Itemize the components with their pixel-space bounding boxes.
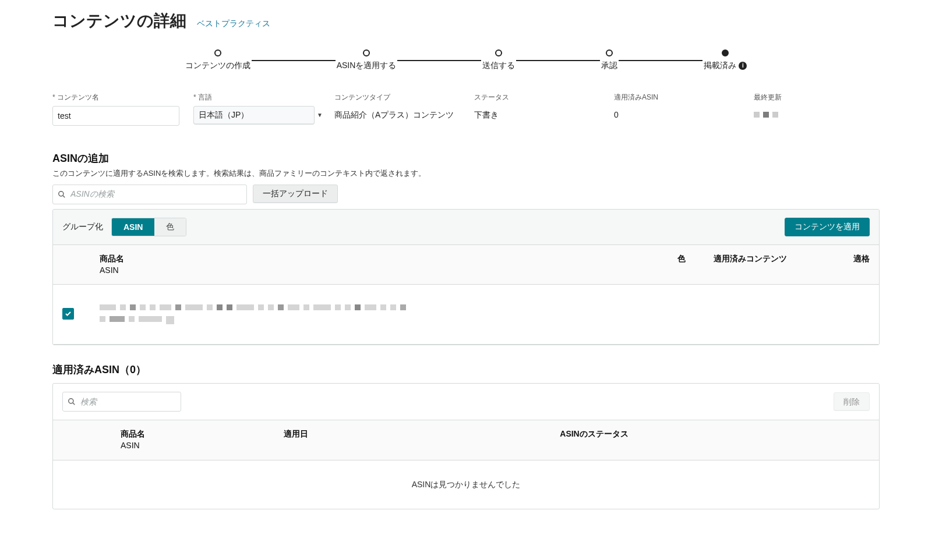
bulk-upload-button[interactable]: 一括アップロード [253,185,338,203]
group-by-label: グループ化 [62,221,103,233]
add-asin-subtitle: このコンテンツに適用するASINを検索します。検索結果は、商品ファミリーのコンテ… [52,168,880,179]
step-published: 掲載済み i [704,49,747,72]
col-color: 色 [662,253,701,276]
content-name-label: コンテンツ名 [52,93,186,102]
svg-point-0 [59,192,63,196]
info-icon[interactable]: i [739,62,747,70]
col-name: 商品名 [100,253,662,265]
status-value: 下書き [474,106,607,121]
col2-status: ASINのステータス [470,428,718,451]
col-name-sub: ASIN [100,265,662,277]
delete-button[interactable]: 削除 [834,392,870,411]
progress-stepper: コンテンツの作成 ASINを適用する 送信する 承認 掲載済み [52,49,880,72]
page-title: コンテンツの詳細 [52,9,186,32]
applied-asin-title: 適用済みASIN（0） [52,363,880,377]
table-row [53,285,879,345]
applied-search-input[interactable] [79,396,183,409]
content-name-input[interactable] [52,106,179,126]
applied-table-header: 商品名 ASIN 適用日 ASINのステータス [53,420,879,460]
empty-message: ASINは見つかりませんでした [53,460,879,509]
applied-asin-label: 適用済みASIN [614,93,747,102]
content-type-label: コンテンツタイプ [334,93,467,102]
row-content-redacted [100,304,870,324]
col2-name: 商品名 [121,428,284,440]
last-updated-value-redacted [754,106,880,118]
group-color-pill[interactable]: 色 [154,218,186,236]
apply-content-button[interactable]: コンテンツを適用 [785,218,870,236]
status-label: ステータス [474,93,607,102]
svg-line-1 [63,196,65,197]
applied-search-box[interactable] [62,392,181,412]
group-by-toggle: ASIN 色 [111,218,186,236]
step-submit: 送信する [482,49,515,72]
language-label: 言語 [193,93,327,102]
row-checkbox[interactable] [62,308,74,320]
applied-asin-value: 0 [614,106,747,121]
svg-point-2 [69,399,73,403]
asin-table-header: 商品名 ASIN 色 適用済みコンテンツ 適格 [53,245,879,285]
col2-date: 適用日 [284,428,470,451]
chevron-down-icon: ▼ [317,111,323,119]
group-asin-pill[interactable]: ASIN [112,218,154,236]
language-select[interactable]: 日本語（JP） [193,106,315,125]
step-apply-asin: ASINを適用する [337,49,397,72]
content-type-value: 商品紹介（Aプラス）コンテンツ [334,106,467,121]
search-icon [68,398,76,406]
svg-line-3 [73,403,75,405]
step-create: コンテンツの作成 [185,49,250,72]
step-approve: 承認 [601,49,617,72]
col2-name-sub: ASIN [121,440,284,452]
best-practices-link[interactable]: ベストプラクティス [197,18,270,30]
add-asin-title: ASINの追加 [52,151,880,166]
asin-search-input[interactable] [69,188,242,201]
col-applied: 適用済みコンテンツ [701,253,800,276]
asin-search-box[interactable] [52,185,247,204]
last-updated-label: 最終更新 [754,93,880,102]
search-icon [58,190,66,199]
col-eligible: 適格 [800,253,870,276]
